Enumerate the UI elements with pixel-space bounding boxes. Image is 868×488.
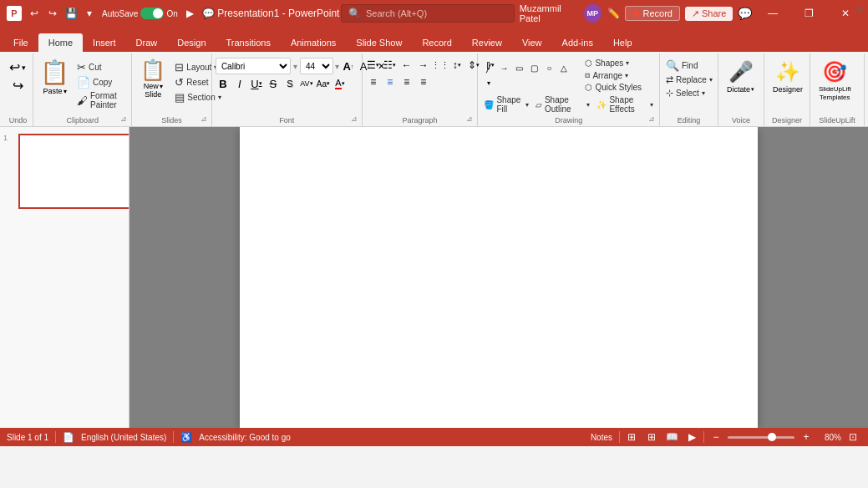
redo-icon: ↪ xyxy=(13,78,23,94)
accessibility-label: Accessibility: Good to go xyxy=(199,433,291,442)
qat-undo-icon[interactable]: ↩ xyxy=(27,6,42,21)
select-label: Select xyxy=(676,89,699,98)
decrease-indent-button[interactable]: ← xyxy=(399,58,414,73)
tab-file[interactable]: File xyxy=(3,33,38,52)
tab-addins[interactable]: Add-ins xyxy=(552,33,603,52)
format-painter-icon: 🖌 xyxy=(77,94,88,107)
comments-icon[interactable]: 💬 xyxy=(738,6,752,21)
new-slide-button[interactable]: 📋 New ▾ Slide xyxy=(135,57,170,100)
italic-button[interactable]: I xyxy=(232,76,247,91)
align-center-button[interactable]: ≡ xyxy=(383,74,398,89)
zoom-slider[interactable] xyxy=(728,436,794,439)
justify-button[interactable]: ≡ xyxy=(416,74,431,89)
share-button[interactable]: ↗ Share xyxy=(685,7,733,21)
shapes-button[interactable]: ⬡ Shapes ▾ xyxy=(582,58,644,69)
pen-icon[interactable]: ✏️ xyxy=(607,6,621,21)
quick-styles-button[interactable]: ⬡ Quick Styles xyxy=(582,82,644,93)
comment-icon[interactable]: 💬 xyxy=(201,6,216,21)
cut-button[interactable]: ✂ Cut xyxy=(74,60,128,74)
paste-icon: 📋 xyxy=(40,58,69,86)
autosave-toggle[interactable] xyxy=(140,8,164,19)
tab-design[interactable]: Design xyxy=(167,33,216,52)
voice-group-label: Voice xyxy=(718,116,764,125)
search-input[interactable] xyxy=(366,8,500,18)
normal-view-button[interactable]: ⊞ xyxy=(623,429,640,445)
tab-help[interactable]: Help xyxy=(603,33,642,52)
qat-save-icon[interactable]: 💾 xyxy=(63,6,79,21)
qat-redo-icon[interactable]: ↪ xyxy=(45,6,60,21)
paste-button[interactable]: 📋 Paste ▾ xyxy=(37,57,73,97)
shape-more[interactable]: ▾ xyxy=(481,75,496,90)
slide-thumbnail-1[interactable] xyxy=(18,134,129,209)
tab-slideshow[interactable]: Slide Show xyxy=(346,33,412,52)
tab-home[interactable]: Home xyxy=(38,33,83,52)
smart-art-button[interactable]: ⋮⋮ xyxy=(433,58,448,73)
paragraph-expand-icon[interactable]: ⊿ xyxy=(464,113,475,125)
dictate-button[interactable]: 🎤 Dictate ▾ xyxy=(722,58,759,95)
font-expand-icon[interactable]: ⊿ xyxy=(348,113,360,125)
slideshow-button[interactable]: ▶ xyxy=(683,429,700,445)
select-button[interactable]: ⊹ Select ▾ xyxy=(663,87,708,99)
present-icon[interactable]: ▶ xyxy=(183,6,198,21)
shape-triangle[interactable]: △ xyxy=(556,60,571,75)
slideuplift-button[interactable]: 🎯 SlideUpLiftTemplates xyxy=(814,58,856,103)
arrange-button[interactable]: ⧈ Arrange ▾ xyxy=(582,69,644,81)
shape-ellipse[interactable]: ○ xyxy=(541,60,556,75)
slide-canvas[interactable] xyxy=(240,127,758,428)
line-spacing-button[interactable]: ↕▾ xyxy=(449,58,464,73)
case-button[interactable]: Aa▾ xyxy=(316,76,331,91)
shape-arrow[interactable]: → xyxy=(496,60,511,75)
shape-outline-button[interactable]: ▱ Shape Outline ▾ xyxy=(533,94,592,114)
bullets-button[interactable]: ☰▾ xyxy=(366,58,381,73)
slides-expand-icon[interactable]: ⊿ xyxy=(198,113,210,125)
shape-fill-button[interactable]: 🪣 Shape Fill ▾ xyxy=(481,94,530,114)
qat-more-icon[interactable]: ▾ xyxy=(82,6,97,21)
undo-button[interactable]: ↩ ▾ xyxy=(7,58,28,76)
shape-rect[interactable]: ▭ xyxy=(511,60,526,75)
format-painter-label: Format Painter xyxy=(90,91,125,109)
font-size-select[interactable]: 44 xyxy=(300,58,333,74)
shape-round-rect[interactable]: ▢ xyxy=(526,60,541,75)
align-right-button[interactable]: ≡ xyxy=(399,74,414,89)
zoom-in-button[interactable]: + xyxy=(798,429,815,445)
notes-button[interactable]: Notes xyxy=(587,433,616,442)
shape-line[interactable]: ╱ xyxy=(481,60,496,75)
fit-window-button[interactable]: ⊡ xyxy=(845,429,861,445)
align-left-button[interactable]: ≡ xyxy=(366,74,381,89)
tab-review[interactable]: Review xyxy=(462,33,512,52)
search-box[interactable]: 🔍 xyxy=(341,4,515,23)
bold-button[interactable]: B xyxy=(216,76,231,91)
find-button[interactable]: 🔍 Find xyxy=(663,58,700,73)
replace-button[interactable]: ⇄ Replace ▾ xyxy=(663,74,715,86)
minimize-button[interactable]: — xyxy=(757,0,789,27)
underline-button[interactable]: U▾ xyxy=(249,76,264,91)
drawing-expand-icon[interactable]: ⊿ xyxy=(646,113,657,125)
font-color-button[interactable]: A ▾ xyxy=(332,76,348,91)
strikethrough-button[interactable]: S xyxy=(266,76,281,91)
record-button[interactable]: Record xyxy=(625,6,679,21)
shape-effects-button[interactable]: ✨ Shape Effects ▾ xyxy=(594,94,656,114)
shadow-button[interactable]: S xyxy=(282,76,297,91)
tab-insert[interactable]: Insert xyxy=(83,33,126,52)
char-spacing-button[interactable]: AV▾ xyxy=(299,76,314,91)
tab-view[interactable]: View xyxy=(512,33,552,52)
tab-transitions[interactable]: Transitions xyxy=(216,33,281,52)
tab-draw[interactable]: Draw xyxy=(126,33,168,52)
increase-font-button[interactable]: A↑ xyxy=(341,58,356,74)
status-bar: Slide 1 of 1 📄 English (United States) ♿… xyxy=(0,428,868,446)
collapse-ribbon-button[interactable]: ∧ xyxy=(851,2,866,17)
copy-button[interactable]: 📄 Copy xyxy=(74,75,128,89)
numbered-button[interactable]: ☷▾ xyxy=(383,58,398,73)
redo-button[interactable]: ↪ xyxy=(10,77,26,94)
format-painter-button[interactable]: 🖌 Format Painter xyxy=(74,90,128,110)
tab-record[interactable]: Record xyxy=(412,33,461,52)
zoom-out-button[interactable]: − xyxy=(708,429,724,445)
clipboard-expand-icon[interactable]: ⊿ xyxy=(118,113,129,125)
designer-button[interactable]: ✨ Designer xyxy=(768,58,808,95)
slide-sorter-button[interactable]: ⊞ xyxy=(643,429,660,445)
reading-view-button[interactable]: 📖 xyxy=(663,429,680,445)
tab-animations[interactable]: Animations xyxy=(281,33,346,52)
restore-button[interactable]: ❐ xyxy=(794,0,825,27)
font-name-select[interactable]: Calibri xyxy=(216,58,291,74)
increase-indent-button[interactable]: → xyxy=(416,58,431,73)
